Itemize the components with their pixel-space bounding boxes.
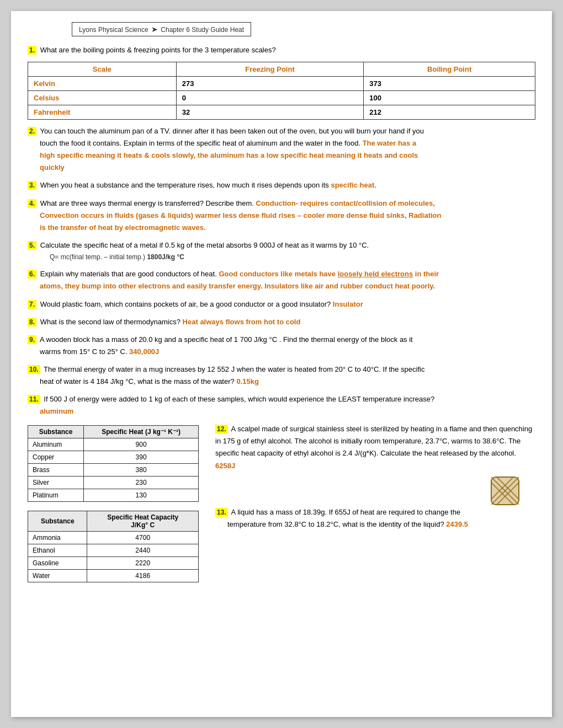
q1-text: What are the boiling points & freezing p…: [40, 46, 276, 54]
question-5: 5. Calculate the specific heat of a meta…: [28, 239, 535, 263]
q2-answer: The water has a: [363, 139, 417, 147]
sh-col-substance: Substance: [28, 426, 84, 438]
q2-text: You can touch the aluminum pan of a TV. …: [40, 127, 423, 135]
q9-answer: 340,000J: [129, 347, 159, 356]
table-row: Ethanol 2440: [28, 544, 199, 557]
q9-text: A wooden block has a mass of 20.0 kg and…: [40, 335, 413, 344]
table-row: Water 4186: [28, 570, 199, 582]
col-boiling: Boiling Point: [364, 62, 535, 77]
question-9: 9. A wooden block has a mass of 20.0 kg …: [28, 334, 535, 358]
q4-num: 4.: [28, 199, 36, 208]
table-row: Gasoline 2220: [28, 557, 199, 570]
q3-text: When you heat a substance and the temper…: [40, 181, 331, 189]
question-1: 1. What are the boiling points & freezin…: [28, 44, 535, 56]
col-scale: Scale: [28, 62, 177, 77]
shc-gasoline-val: 2220: [87, 557, 199, 570]
q12-num: 12.: [215, 425, 228, 433]
shc-ammonia-val: 4700: [87, 532, 199, 544]
q4-answer1: Conduction- requires contact/collision o…: [256, 199, 435, 207]
shc-col-substance: Substance: [28, 511, 87, 532]
celsius-freezing: 0: [176, 91, 364, 105]
shc-ammonia: Ammonia: [28, 532, 87, 544]
q6-num: 6.: [28, 270, 36, 279]
header-box: Lyons Physical Science ➤ Chapter 6 Study…: [72, 22, 251, 36]
sh-brass: Brass: [28, 464, 84, 477]
right-column: 12. A scalpel made of surgical stainless…: [215, 423, 535, 502]
sh-copper-val: 390: [84, 451, 199, 464]
arrow-icon: ➤: [151, 25, 158, 34]
question-12: 12. A scalpel made of surgical stainless…: [215, 423, 535, 472]
q2-cont: touch the food it contains. Explain in t…: [40, 137, 535, 149]
q8-num: 8.: [28, 318, 36, 326]
sh-aluminum: Aluminum: [28, 438, 84, 451]
col-freezing: Freezing Point: [176, 62, 364, 77]
q7-answer: Insulator: [333, 300, 363, 308]
q7-num: 7.: [28, 300, 36, 309]
question-6: 6. Explain why materials that are good c…: [28, 268, 535, 292]
q10-num: 10.: [28, 365, 40, 374]
table-row: Aluminum 900: [28, 438, 199, 451]
shc-water-val: 4186: [87, 570, 199, 582]
header-text: Lyons Physical Science: [79, 26, 148, 34]
shc-col-value: Specific Heat CapacityJ/Kg° C: [87, 511, 199, 532]
question-2: 2. You can touch the aluminum pan of a T…: [28, 125, 535, 174]
question-4: 4. What are three ways thermal energy is…: [28, 197, 535, 234]
shc-ethanol: Ethanol: [28, 544, 87, 557]
question-10: 10. The thermal energy of water in a mug…: [28, 363, 535, 388]
q13-text: A liquid has a mass of 18.39g. If 655J o…: [231, 508, 461, 516]
q11-answer: aluminum: [40, 405, 535, 417]
temperature-table: Scale Freezing Point Boiling Point Kelvi…: [28, 62, 535, 120]
sh-silver-val: 230: [84, 477, 199, 489]
table-row: Celsius 0 100: [28, 91, 535, 105]
sh-silver: Silver: [28, 477, 84, 489]
question-8: 8. What is the second law of thermodynam…: [28, 316, 535, 328]
q13-cont: temperature from 32.8°C to 18.2°C, what …: [227, 518, 535, 531]
table-row: Ammonia 4700: [28, 532, 199, 544]
two-col-section-2: Substance Specific Heat CapacityJ/Kg° C …: [28, 506, 535, 582]
table-row: Silver 230: [28, 477, 199, 489]
basket-svg: [488, 474, 522, 507]
scale-kelvin: Kelvin: [28, 77, 177, 91]
q10-cont: heat of water is 4 184 J/kg °C, what is …: [40, 376, 535, 388]
q7-text: Would plastic foam, which contains pocke…: [40, 300, 333, 308]
table-row: Platinum 130: [28, 489, 199, 502]
sh-platinum-val: 130: [84, 489, 199, 502]
q5-num: 5.: [28, 241, 36, 250]
right-column-2: 13. A liquid has a mass of 18.39g. If 65…: [215, 506, 535, 582]
kelvin-boiling: 373: [364, 77, 535, 91]
shc-table: Substance Specific Heat CapacityJ/Kg° C …: [28, 511, 199, 582]
kelvin-freezing: 273: [176, 77, 364, 91]
question-7: 7. Would plastic foam, which contains po…: [28, 298, 535, 311]
q5-text: Calculate the specific heat of a metal i…: [40, 241, 369, 249]
scale-fahrenheit: Fahrenheit: [28, 105, 177, 120]
shc-gasoline: Gasoline: [28, 557, 87, 570]
sh-aluminum-val: 900: [84, 438, 199, 451]
page: Lyons Physical Science ➤ Chapter 6 Study…: [11, 11, 552, 717]
q4-answer2: Convection occurs in fluids (gases & liq…: [40, 210, 535, 222]
shc-water: Water: [28, 570, 87, 582]
left-column-2: Substance Specific Heat CapacityJ/Kg° C …: [28, 506, 204, 582]
q6-answer2: atoms, they bump into other electrons an…: [40, 280, 535, 292]
sh-brass-val: 380: [84, 464, 199, 477]
question-3: 3. When you heat a substance and the tem…: [28, 179, 535, 191]
decorative-image: [488, 474, 522, 507]
q3-answer: specific heat: [331, 181, 374, 189]
q2-answer3: quickly: [40, 162, 535, 174]
q3-num: 3.: [28, 181, 36, 190]
q5-sub: Q= mc(final temp. – initial temp.) 1800J…: [50, 251, 535, 263]
question-11: 11. If 500 J of energy were added to 1 k…: [28, 393, 535, 417]
fahrenheit-freezing: 32: [176, 105, 364, 120]
q10-text: The thermal energy of water in a mug inc…: [44, 365, 424, 373]
shc-ethanol-val: 2440: [87, 544, 199, 557]
q10-answer: 0.15kg: [236, 377, 258, 386]
q13-num: 13.: [215, 508, 228, 517]
table-row: Brass 380: [28, 464, 199, 477]
q4-answer3: is the transfer of heat by electromagnet…: [40, 222, 535, 234]
table-row: Fahrenheit 32 212: [28, 105, 535, 120]
q6-text: Explain why materials that are good cond…: [40, 270, 219, 278]
q1-num: 1.: [28, 46, 36, 55]
fahrenheit-boiling: 212: [364, 105, 535, 120]
sh-table: Substance Specific Heat (J kg⁻¹ K⁻¹) Alu…: [28, 425, 199, 502]
q11-text: If 500 J of energy were added to 1 kg of…: [44, 395, 434, 403]
q8-text: What is the second law of thermodynamics…: [40, 318, 183, 326]
